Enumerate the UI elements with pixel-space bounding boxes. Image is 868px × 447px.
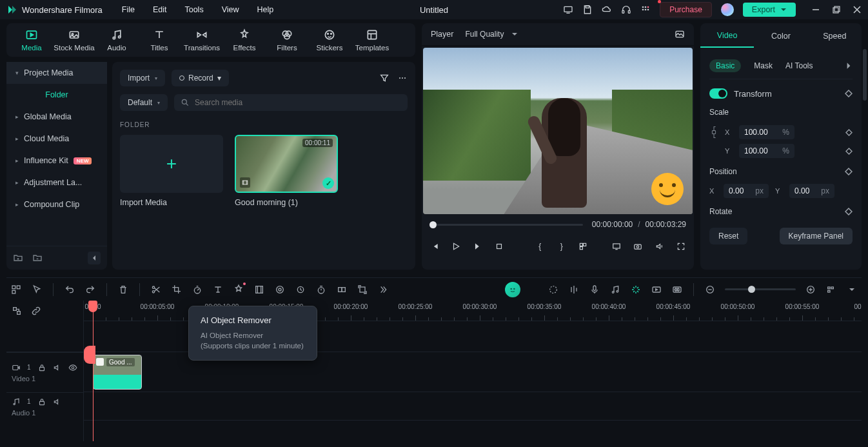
marker-icon[interactable] <box>578 241 588 252</box>
inspector-tab-color[interactable]: Color <box>754 25 807 47</box>
keyframe-diamond-icon[interactable] <box>845 129 853 136</box>
import-media-card[interactable]: + Import Media <box>120 135 223 207</box>
tl-music-icon[interactable] <box>609 284 621 295</box>
tl-fit-icon[interactable] <box>825 284 837 295</box>
tl-group-icon[interactable] <box>336 284 348 295</box>
preview-viewport[interactable] <box>423 48 693 214</box>
minimize-icon[interactable] <box>811 5 820 14</box>
tl-zoom-out-icon[interactable] <box>704 284 716 295</box>
range-marker[interactable] <box>84 346 95 364</box>
menu-file[interactable]: File <box>122 5 135 14</box>
fullscreen-icon[interactable] <box>676 241 686 252</box>
timeline-clip[interactable]: Good ... <box>93 355 142 390</box>
tl-duration-icon[interactable] <box>315 284 327 295</box>
sidebar-adjustment-layer[interactable]: ▸Adjustment La... <box>6 172 107 194</box>
keyframe-diamond-icon[interactable] <box>845 90 853 97</box>
sort-dropdown[interactable]: Default▾ <box>120 94 168 111</box>
prev-frame-icon[interactable] <box>429 241 439 252</box>
tab-titles[interactable]: Titles <box>138 26 181 54</box>
tab-stock-media[interactable]: Stock Media <box>53 26 95 54</box>
tl-delete-icon[interactable] <box>117 284 129 295</box>
sidebar-global-media[interactable]: ▸Global Media <box>6 106 107 128</box>
subtab-ai-tools[interactable]: AI Tools <box>785 61 813 70</box>
tl-color-icon[interactable] <box>274 284 286 295</box>
camera-icon[interactable] <box>633 241 642 252</box>
sidebar-collapse-icon[interactable] <box>88 252 101 264</box>
tl-split-icon[interactable] <box>150 284 162 295</box>
sidebar-folder[interactable]: Folder <box>6 84 107 106</box>
search-input[interactable] <box>195 98 401 107</box>
media-clip-card[interactable]: 00:00:11 ✓ Good morning (1) <box>235 135 338 207</box>
volume-icon[interactable] <box>655 241 664 252</box>
menu-tools[interactable]: Tools <box>184 5 203 14</box>
filter-icon[interactable] <box>379 73 390 83</box>
menu-help[interactable]: Help <box>257 5 274 14</box>
tl-audio-mix-icon[interactable] <box>568 284 580 295</box>
inspector-tab-speed[interactable]: Speed <box>808 25 862 47</box>
transform-toggle[interactable] <box>709 88 727 99</box>
tab-media[interactable]: Media <box>10 26 53 54</box>
inspector-scrollbar[interactable] <box>863 49 867 101</box>
mark-in-icon[interactable]: { <box>535 241 545 252</box>
export-button[interactable]: Export <box>743 3 796 17</box>
lock-icon[interactable] <box>37 363 46 372</box>
keyframe-diamond-icon[interactable] <box>845 208 853 215</box>
tl-settings-icon[interactable] <box>10 284 22 295</box>
sidebar-influence-kit[interactable]: ▸Influence KitNEW <box>6 150 107 172</box>
keyframe-diamond-icon[interactable] <box>845 148 853 155</box>
snapshot-icon[interactable] <box>675 29 685 39</box>
inspector-tab-video[interactable]: Video <box>700 25 754 48</box>
scale-x-input[interactable]: 100.00% <box>739 125 794 139</box>
player-scrubber[interactable] <box>429 224 583 226</box>
scale-y-input[interactable]: 100.00% <box>739 144 794 158</box>
sidebar-project-media[interactable]: ▾Project Media <box>6 62 107 84</box>
tl-keyframe-icon[interactable] <box>295 284 306 295</box>
tl-ai-object-remover-icon[interactable] <box>233 284 244 295</box>
playhead-handle[interactable] <box>88 301 97 312</box>
new-folder-icon[interactable] <box>13 253 23 263</box>
sidebar-cloud-media[interactable]: ▸Cloud Media <box>6 128 107 150</box>
tl-render-icon[interactable] <box>651 284 662 295</box>
import-dropdown[interactable]: Import▾ <box>120 70 165 86</box>
tl-enhance-icon[interactable] <box>630 284 642 295</box>
tab-templates[interactable]: Templates <box>351 26 393 54</box>
tl-view-icon[interactable] <box>846 284 858 295</box>
display-icon[interactable] <box>611 241 621 252</box>
subtab-more-icon[interactable] <box>845 62 853 70</box>
position-x-input[interactable]: 0.00px <box>724 184 769 198</box>
link-axes-icon[interactable] <box>709 124 718 140</box>
record-dropdown[interactable]: Record▾ <box>172 70 229 86</box>
cloud-icon[interactable] <box>602 5 612 15</box>
keyframe-panel-button[interactable]: Keyframe Panel <box>780 228 853 244</box>
tl-crop-icon[interactable] <box>171 284 182 295</box>
tl-text-icon[interactable] <box>212 284 224 295</box>
keyframe-diamond-icon[interactable] <box>845 168 853 175</box>
apps-icon[interactable] <box>640 5 651 15</box>
tab-transitions[interactable]: Transitions <box>181 26 223 54</box>
tab-audio[interactable]: Audio <box>95 26 138 54</box>
search-box[interactable] <box>174 94 408 111</box>
audio-track-row[interactable] <box>84 392 862 421</box>
position-y-input[interactable]: 0.00px <box>789 184 834 198</box>
play-forward-icon[interactable] <box>473 241 482 252</box>
mute-icon[interactable] <box>53 363 62 372</box>
subtab-basic[interactable]: Basic <box>709 59 741 72</box>
save-icon[interactable] <box>582 5 593 15</box>
tl-zoom-in-icon[interactable] <box>805 284 816 295</box>
subtab-mask[interactable]: Mask <box>754 61 773 70</box>
delete-folder-icon[interactable] <box>32 253 43 263</box>
tl-zoom-slider[interactable] <box>725 288 796 290</box>
stop-icon[interactable] <box>494 241 504 252</box>
lock-icon[interactable] <box>37 397 46 406</box>
mute-icon[interactable] <box>53 397 62 406</box>
sidebar-compound-clip[interactable]: ▸Compound Clip <box>6 194 107 215</box>
tl-redo-icon[interactable] <box>84 284 96 295</box>
purchase-button[interactable]: Purchase <box>660 2 712 17</box>
tl-structure-icon[interactable] <box>12 306 22 316</box>
mark-out-icon[interactable]: } <box>557 241 566 252</box>
tl-speed-icon[interactable] <box>192 284 203 295</box>
tab-stickers[interactable]: Stickers <box>308 26 351 54</box>
player-quality-dropdown[interactable]: Full Quality <box>465 30 518 39</box>
more-icon[interactable] <box>397 73 408 83</box>
headphones-icon[interactable] <box>621 5 631 15</box>
